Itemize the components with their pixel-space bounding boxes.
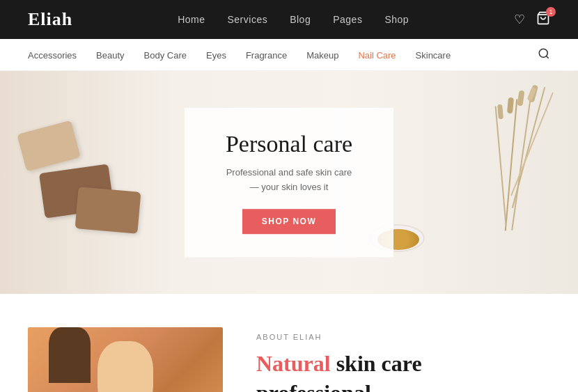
cat-makeup[interactable]: Makeup — [306, 50, 338, 61]
wishlist-icon[interactable]: ♡ — [514, 12, 525, 27]
shop-now-button[interactable]: SHOP NOW — [242, 209, 336, 234]
cat-beauty[interactable]: Beauty — [96, 50, 124, 61]
about-tag: ABOUT ELIAH — [256, 333, 550, 341]
wheat-decoration — [453, 85, 536, 280]
nav-pages[interactable]: Pages — [333, 14, 362, 25]
about-section: ABOUT ELIAH Natural skin care profession… — [0, 294, 578, 392]
about-title-highlight: Natural — [256, 351, 331, 376]
nav-shop[interactable]: Shop — [384, 14, 409, 25]
cart-icon[interactable]: 1 — [536, 11, 550, 29]
about-title-part2: skin care — [331, 351, 422, 376]
top-navigation: Eliah Home Services Blog Pages Shop ♡ 1 — [0, 0, 578, 39]
category-navigation: Accessories Beauty Body Care Eyes Fragra… — [0, 39, 578, 71]
hero-card: Personal care Professional and safe skin… — [185, 108, 393, 257]
about-title-line2: professional — [256, 380, 371, 392]
cat-eyes[interactable]: Eyes — [206, 50, 226, 61]
cat-accessories[interactable]: Accessories — [28, 50, 77, 61]
hero-subtitle: Professional and safe skin care — your s… — [219, 166, 359, 195]
category-menu: Accessories Beauty Body Care Eyes Fragra… — [28, 49, 451, 61]
nav-blog[interactable]: Blog — [290, 14, 311, 25]
nav-services[interactable]: Services — [227, 14, 267, 25]
soap-bar-3 — [75, 187, 141, 234]
search-icon[interactable] — [538, 47, 550, 63]
cat-body-care[interactable]: Body Care — [144, 50, 187, 61]
cat-fragrance[interactable]: Fragrance — [246, 50, 287, 61]
hero-title: Personal care — [219, 131, 359, 157]
logo[interactable]: Eliah — [28, 9, 72, 30]
about-image — [28, 327, 223, 392]
cart-badge: 1 — [546, 7, 556, 17]
cat-nail-care[interactable]: Nail Care — [358, 50, 396, 61]
nav-home[interactable]: Home — [178, 14, 205, 25]
about-content: ABOUT ELIAH Natural skin care profession… — [256, 327, 550, 392]
svg-point-1 — [539, 49, 547, 57]
hero-banner: Personal care Professional and safe skin… — [0, 71, 578, 294]
about-title: Natural skin care professional — [256, 350, 550, 392]
main-menu: Home Services Blog Pages Shop — [178, 13, 409, 26]
cat-skincare[interactable]: Skincare — [416, 50, 451, 61]
about-image-overlay — [28, 383, 223, 392]
nav-icons: ♡ 1 — [514, 11, 550, 29]
